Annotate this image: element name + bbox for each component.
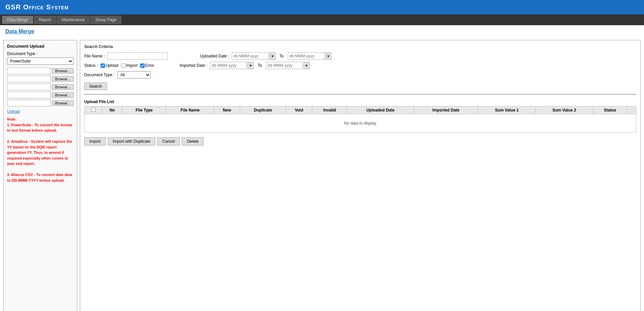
imported-date-from-arrow[interactable]: ▼ (248, 62, 254, 69)
browse-row-3: Browse... (7, 84, 73, 90)
to-label-2: To (256, 63, 263, 68)
imported-date-to-arrow[interactable]: ▼ (304, 62, 310, 69)
nav-setup-page[interactable]: Setup Page (90, 16, 121, 24)
criteria-section: File Name : Uploaded Date : ▼ To ▼ Statu… (84, 52, 636, 90)
doc-upload-title: Document Upload (7, 44, 73, 49)
note-line-2: 2. Amadeus - System will capture the YY … (7, 139, 72, 166)
nav-data-merge[interactable]: Data Merge (2, 16, 33, 24)
imported-date-to[interactable] (266, 62, 303, 69)
browse-btn-4[interactable]: Browse... (52, 92, 73, 98)
nav-maintenance[interactable]: Maintenance (57, 16, 90, 24)
imported-date-from-group: ▼ (210, 62, 254, 69)
file-name-label: File Name : (84, 54, 105, 58)
import-duplicate-button[interactable]: Import with Duplicate (108, 137, 155, 145)
browse-btn-2[interactable]: Browse... (52, 76, 73, 82)
doc-type-label: Document Type : (7, 51, 73, 56)
status-import-label[interactable]: Import (121, 63, 138, 68)
browse-btn-3[interactable]: Browse... (52, 84, 73, 90)
browse-input-5 (7, 100, 51, 106)
browse-input-3 (7, 84, 51, 90)
table-header-row: No File Type File Name New Duplicate Voi… (85, 106, 636, 114)
uploaded-date-from[interactable] (232, 52, 269, 60)
delete-button[interactable]: Delete (182, 137, 204, 145)
col-sum-value-2: Sum Value 2 (536, 106, 593, 114)
page-title: Data Merge (0, 25, 644, 37)
doc-type-search-label: Document Type : (84, 73, 115, 77)
upload-file-table: No File Type File Name New Duplicate Voi… (84, 106, 636, 133)
left-panel: Document Upload Document Type : PowerSui… (3, 40, 77, 311)
right-panel: Search Criteria File Name : Uploaded Dat… (80, 40, 641, 311)
col-no: No (102, 106, 122, 114)
upload-link[interactable]: Upload (7, 109, 20, 114)
no-data-cell: No data to display (85, 114, 636, 133)
bottom-buttons: Import Import with Duplicate Cancel Dele… (84, 137, 636, 145)
col-imported-date: Imported Date (414, 106, 478, 114)
main-content: Document Upload Document Type : PowerSui… (0, 37, 644, 311)
no-data-row: No data to display (85, 114, 636, 133)
col-checkbox[interactable] (85, 106, 102, 114)
uploaded-date-to-arrow[interactable]: ▼ (325, 52, 331, 60)
upload-file-title: Upload File List (84, 99, 636, 104)
imported-date-to-group: ▼ (266, 62, 310, 69)
browse-btn-5[interactable]: Browse... (52, 100, 73, 106)
app-header: GSR Office System (0, 0, 644, 14)
status-upload-checkbox[interactable] (101, 63, 105, 68)
col-file-type: File Type (122, 106, 166, 114)
note-line-1: 1. PowerSuite - To convert file format t… (7, 123, 72, 133)
col-status: Status (593, 106, 627, 114)
search-criteria-title: Search Criteria (84, 44, 636, 49)
col-uploaded-date: Uploaded Date (347, 106, 414, 114)
browse-row-1: Browse... (7, 68, 73, 74)
col-duplicate: Duplicate (240, 106, 286, 114)
browse-row-2: Browse... (7, 76, 73, 82)
status-upload-label[interactable]: Upload (101, 63, 118, 68)
browse-input-4 (7, 92, 51, 98)
search-btn-row: Search (84, 81, 636, 90)
file-name-input[interactable] (107, 52, 168, 60)
search-button[interactable]: Search (84, 83, 107, 90)
col-new: New (214, 106, 240, 114)
criteria-row-3: Document Type : AllPowerSuiteAmadeusAbac… (84, 71, 636, 79)
browse-row-5: Browse... (7, 100, 73, 106)
uploaded-date-from-group: ▼ (232, 52, 275, 60)
cancel-button[interactable]: Cancel (157, 137, 180, 145)
nav-report[interactable]: Report (34, 16, 56, 24)
table-body: No data to display (85, 114, 636, 133)
app-title: GSR Office System (5, 3, 639, 11)
to-label-1: To (278, 54, 285, 58)
imported-date-from[interactable] (210, 62, 247, 69)
browse-input-2 (7, 76, 51, 82)
criteria-row-1: File Name : Uploaded Date : ▼ To ▼ (84, 52, 636, 60)
note-section: Note: 1. PowerSuite - To convert file fo… (7, 117, 73, 183)
uploaded-date-to[interactable] (288, 52, 325, 60)
uploaded-date-label: Uploaded Date : (200, 54, 229, 58)
import-button[interactable]: Import (84, 137, 106, 145)
select-all-checkbox[interactable] (91, 107, 96, 112)
table-header: No File Type File Name New Duplicate Voi… (85, 106, 636, 114)
browse-row-4: Browse... (7, 92, 73, 98)
browse-btn-1[interactable]: Browse... (52, 68, 73, 74)
upload-file-section: Upload File List No File Type File Name … (84, 99, 636, 133)
status-error-checkbox[interactable] (140, 63, 145, 68)
navbar: Data Merge Report Maintenance Setup Page (0, 14, 644, 25)
col-invalid: Invalid (312, 106, 347, 114)
uploaded-date-from-arrow[interactable]: ▼ (269, 52, 275, 60)
col-action (627, 106, 636, 114)
col-void: Void (286, 106, 312, 114)
col-sum-value-1: Sum Value 1 (478, 106, 535, 114)
note-title: Note: (7, 117, 16, 121)
uploaded-date-to-group: ▼ (288, 52, 331, 60)
col-file-name: File Name (166, 106, 214, 114)
status-label: Status : (84, 63, 98, 68)
status-import-checkbox[interactable] (121, 63, 125, 68)
browse-input-1 (7, 68, 51, 74)
imported-date-label: Imported Date : (179, 63, 207, 68)
note-line-3: 3. Abacus CSV - To convert date data to … (7, 173, 72, 182)
status-error-label[interactable]: Error (140, 63, 154, 68)
doc-type-search-select[interactable]: AllPowerSuiteAmadeusAbacus CSV (117, 71, 151, 79)
doc-type-select[interactable]: PowerSuiteAmadeusAbacus CSV (7, 57, 73, 65)
criteria-row-2: Status : Upload Import Error Imported Da… (84, 62, 636, 69)
